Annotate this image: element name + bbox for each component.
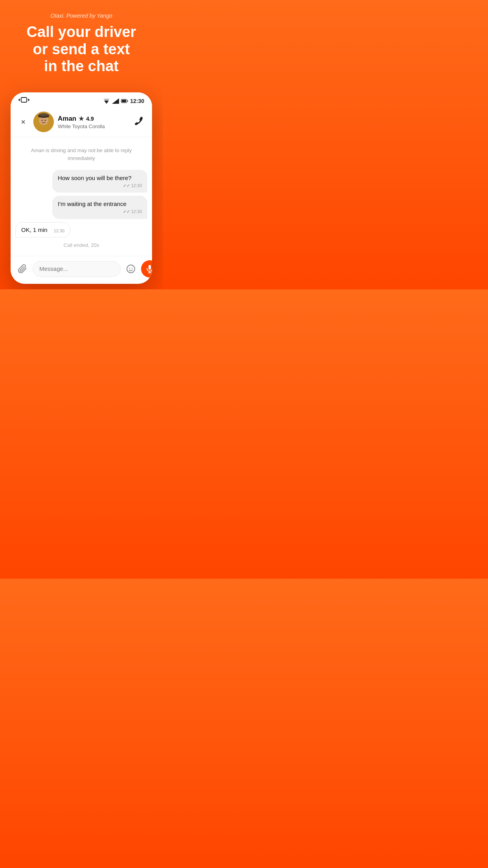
svg-point-17: [45, 120, 46, 121]
svg-point-20: [129, 268, 130, 268]
driver-car: White Toyota Corolla: [58, 123, 131, 129]
driver-message-inner: OK, 1 min 12:30: [21, 226, 64, 233]
emoji-button[interactable]: [124, 262, 138, 276]
svg-rect-2: [28, 99, 29, 101]
headline-line3: in the chat: [44, 58, 119, 74]
chat-input-area: [11, 256, 152, 284]
svg-rect-3: [18, 99, 19, 101]
status-right: 12:30: [103, 98, 144, 104]
headline-line1: Call your driver: [27, 24, 136, 40]
chat-notice-text: Aman is driving and may not be able to r…: [31, 147, 132, 161]
svg-point-16: [42, 120, 43, 121]
call-button[interactable]: [131, 114, 146, 129]
main-headline: Call your driver or send a text in the c…: [8, 24, 155, 75]
svg-rect-0: [21, 97, 27, 102]
driver-avatar: [33, 112, 54, 132]
read-receipt-icon: ✓✓: [123, 183, 130, 189]
driver-message-bubble: OK, 1 min 12:30: [15, 222, 70, 237]
chat-notice: Aman is driving and may not be able to r…: [15, 143, 147, 167]
driver-message-meta: 12:30: [54, 228, 65, 233]
driver-info: Aman ★ 4.9 White Toyota Corolla: [58, 115, 131, 129]
branding-section: Otaxi. Powered by Yango Call your driver…: [0, 0, 163, 83]
chat-header: × Aman ★ 4.9: [11, 108, 152, 137]
avatar-svg: [33, 112, 54, 132]
svg-rect-9: [122, 99, 126, 102]
close-button[interactable]: ×: [17, 116, 29, 128]
svg-rect-1: [19, 99, 20, 101]
message-time: 12:30: [131, 183, 142, 189]
svg-marker-6: [103, 99, 110, 102]
signal-icon: [112, 98, 119, 104]
svg-point-15: [39, 113, 48, 116]
headline-line2: or send a text: [33, 41, 130, 57]
chat-body: Aman is driving and may not be able to r…: [11, 137, 152, 256]
svg-rect-22: [149, 265, 151, 270]
svg-point-19: [127, 265, 135, 273]
battery-icon: [121, 98, 128, 104]
driver-name-text: Aman: [58, 115, 76, 123]
phone-icon: [133, 116, 143, 128]
message-meta: ✓✓ 12:30: [123, 183, 142, 189]
read-receipt-icon: ✓✓: [123, 209, 130, 215]
message-text: How soon you will be there?: [58, 175, 132, 181]
message-time: 12:30: [131, 209, 142, 215]
call-ended-label: Call ended, 20s: [15, 241, 147, 250]
svg-rect-10: [127, 100, 128, 101]
driver-rating: 4.9: [86, 116, 94, 122]
message-meta: ✓✓ 12:30: [123, 209, 142, 215]
svg-marker-7: [112, 98, 119, 104]
star-icon: ★: [79, 115, 84, 122]
svg-point-21: [132, 268, 132, 268]
driver-message-text: OK, 1 min: [21, 226, 48, 233]
svg-rect-4: [29, 99, 30, 101]
powered-by-label: Otaxi. Powered by Yango: [8, 13, 155, 19]
status-bar: 12:30: [11, 92, 152, 108]
wifi-icon: [103, 98, 110, 104]
status-time: 12:30: [130, 98, 144, 104]
vibrate-icon: [18, 96, 29, 105]
driver-name: Aman ★ 4.9: [58, 115, 131, 123]
message-bubble: How soon you will be there? ✓✓ 12:30: [52, 170, 147, 193]
status-left: [18, 96, 29, 105]
phone-mockup: 12:30 × Aman: [11, 92, 152, 284]
message-text: I'm waiting at the entrance: [58, 200, 127, 207]
voice-button[interactable]: [141, 260, 152, 278]
message-input[interactable]: [33, 261, 121, 277]
message-bubble: I'm waiting at the entrance ✓✓ 12:30: [52, 196, 147, 219]
attach-button[interactable]: [15, 262, 29, 276]
